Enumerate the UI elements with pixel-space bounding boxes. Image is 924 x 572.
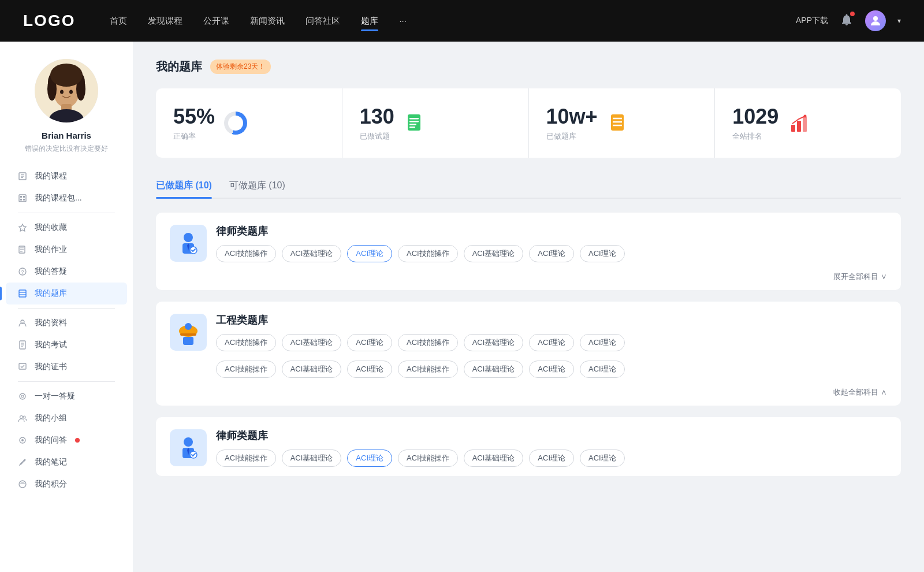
bank-card-lawyer-1-header: 律师类题库 ACI技能操作 ACI基础理论 ACI理论 ACI技能操作 ACI基… bbox=[156, 213, 901, 272]
separator-1 bbox=[18, 213, 115, 213]
dropdown-arrow[interactable]: ▾ bbox=[897, 17, 901, 25]
nav-qa[interactable]: 问答社区 bbox=[305, 13, 340, 29]
app-download-button[interactable]: APP下载 bbox=[796, 16, 828, 26]
one-on-one-label: 一对一答疑 bbox=[35, 391, 75, 402]
svg-point-10 bbox=[69, 90, 73, 94]
tag-item[interactable]: ACI技能操作 bbox=[216, 334, 276, 351]
tag-item-highlighted[interactable]: ACI理论 bbox=[347, 450, 392, 467]
tag-item-highlighted[interactable]: ACI理论 bbox=[347, 245, 392, 262]
tag-item[interactable]: ACI基础理论 bbox=[282, 361, 342, 378]
tag-item[interactable]: ACI理论 bbox=[529, 334, 574, 351]
tag-item[interactable]: ACI基础理论 bbox=[464, 361, 524, 378]
svg-marker-20 bbox=[19, 224, 26, 231]
sidebar-item-my-points[interactable]: 我的积分 bbox=[6, 473, 127, 495]
svg-rect-63 bbox=[180, 333, 196, 336]
sidebar-item-my-favorites[interactable]: 我的收藏 bbox=[6, 217, 127, 239]
svg-point-36 bbox=[20, 393, 25, 399]
stat-done-banks-text: 10w+ 已做题库 bbox=[546, 105, 598, 142]
tag-item[interactable]: ACI技能操作 bbox=[216, 361, 276, 378]
tag-item[interactable]: ACI基础理论 bbox=[282, 245, 342, 262]
tag-item[interactable]: ACI理论 bbox=[347, 361, 392, 378]
accuracy-value: 55% bbox=[173, 105, 215, 129]
tag-item[interactable]: ACI理论 bbox=[529, 450, 574, 467]
rank-label: 全站排名 bbox=[732, 131, 778, 142]
lawyer-bank-1-expand[interactable]: 展开全部科目 ∨ bbox=[156, 272, 901, 290]
sidebar-item-my-group[interactable]: 我的小组 bbox=[6, 407, 127, 429]
courses-icon bbox=[17, 171, 28, 181]
svg-rect-44 bbox=[408, 114, 420, 131]
stat-accuracy-text: 55% 正确率 bbox=[173, 105, 215, 142]
rank-icon bbox=[788, 112, 811, 135]
svg-rect-15 bbox=[19, 195, 26, 202]
my-homework-label: 我的作业 bbox=[35, 244, 67, 255]
done-questions-label: 已做试题 bbox=[360, 131, 394, 142]
sidebar-item-my-notes[interactable]: 我的笔记 bbox=[6, 451, 127, 473]
tag-item[interactable]: ACI理论 bbox=[580, 361, 625, 378]
user-motto: 错误的决定比没有决定要好 bbox=[25, 144, 108, 154]
avatar[interactable] bbox=[865, 10, 886, 31]
engineer-bank-collapse[interactable]: 收起全部科目 ∧ bbox=[156, 387, 901, 406]
tab-done[interactable]: 已做题库 (10) bbox=[156, 174, 212, 198]
svg-rect-47 bbox=[409, 124, 416, 125]
one-on-one-icon bbox=[17, 391, 28, 402]
tag-item[interactable]: ACI技能操作 bbox=[398, 334, 458, 351]
tag-item[interactable]: ACI技能操作 bbox=[398, 450, 458, 467]
svg-point-9 bbox=[60, 90, 64, 94]
tag-item[interactable]: ACI理论 bbox=[529, 245, 574, 262]
sidebar-menu: 我的课程 我的课程包... 我的收藏 我的作业 bbox=[0, 165, 133, 495]
sidebar-item-my-questions[interactable]: ? 我的答疑 bbox=[6, 261, 127, 283]
svg-rect-19 bbox=[23, 199, 25, 200]
main-content: 我的题库 体验剩余23天！ 55% 正确率 130 已做试题 bbox=[133, 42, 924, 572]
sidebar-item-one-on-one[interactable]: 一对一答疑 bbox=[6, 385, 127, 407]
sidebar-item-my-homework[interactable]: 我的作业 bbox=[6, 239, 127, 261]
nav-discover[interactable]: 发现课程 bbox=[148, 13, 182, 29]
tag-item[interactable]: ACI基础理论 bbox=[282, 450, 342, 467]
tag-item[interactable]: ACI理论 bbox=[580, 334, 625, 351]
done-banks-value: 10w+ bbox=[546, 105, 598, 129]
logo: LOGO bbox=[23, 12, 75, 30]
notification-bell[interactable] bbox=[840, 13, 854, 29]
my-exams-label: 我的考试 bbox=[35, 340, 67, 350]
done-questions-value: 130 bbox=[360, 105, 394, 129]
notification-dot bbox=[850, 12, 855, 16]
sidebar-item-my-profile[interactable]: 我的资料 bbox=[6, 312, 127, 334]
tag-item[interactable]: ACI技能操作 bbox=[216, 450, 276, 467]
user-name: Brian Harris bbox=[42, 131, 91, 140]
tag-item[interactable]: ACI基础理论 bbox=[282, 334, 342, 351]
sidebar-item-my-packages[interactable]: 我的课程包... bbox=[6, 187, 127, 209]
stat-rank-text: 1029 全站排名 bbox=[732, 105, 778, 142]
tag-item[interactable]: ACI基础理论 bbox=[464, 245, 524, 262]
navbar-menu: 首页 发现课程 公开课 新闻资讯 问答社区 题库 ··· bbox=[110, 13, 796, 29]
sidebar-item-my-courses[interactable]: 我的课程 bbox=[6, 165, 127, 187]
svg-rect-35 bbox=[19, 363, 26, 369]
sidebar-item-my-certs[interactable]: 我的证书 bbox=[6, 356, 127, 378]
sidebar-item-my-exams[interactable]: 我的考试 bbox=[6, 334, 127, 356]
sidebar-item-my-answers[interactable]: 我的问答 bbox=[6, 429, 127, 451]
tab-todo[interactable]: 可做题库 (10) bbox=[229, 174, 285, 198]
my-group-label: 我的小组 bbox=[35, 413, 67, 424]
tag-item[interactable]: ACI理论 bbox=[529, 361, 574, 378]
nav-news[interactable]: 新闻资讯 bbox=[250, 13, 285, 29]
sidebar-item-my-banks[interactable]: 我的题库 bbox=[6, 283, 127, 304]
my-profile-label: 我的资料 bbox=[35, 318, 67, 328]
nav-bank[interactable]: 题库 bbox=[361, 13, 378, 29]
bank-card-engineer: 工程类题库 ACI技能操作 ACI基础理论 ACI理论 ACI技能操作 ACI基… bbox=[156, 302, 901, 406]
tag-item[interactable]: ACI理论 bbox=[580, 245, 625, 262]
group-icon bbox=[17, 413, 28, 424]
svg-rect-46 bbox=[409, 121, 419, 122]
tag-item[interactable]: ACI基础理论 bbox=[464, 450, 524, 467]
tag-item[interactable]: ACI技能操作 bbox=[398, 361, 458, 378]
nav-home[interactable]: 首页 bbox=[110, 13, 127, 29]
points-icon bbox=[17, 479, 28, 489]
nav-more[interactable]: ··· bbox=[399, 13, 407, 29]
my-certs-label: 我的证书 bbox=[35, 362, 67, 372]
nav-open-course[interactable]: 公开课 bbox=[203, 13, 229, 29]
tag-item[interactable]: ACI理论 bbox=[580, 450, 625, 467]
tag-item[interactable]: ACI理论 bbox=[347, 334, 392, 351]
tag-item[interactable]: ACI技能操作 bbox=[398, 245, 458, 262]
stat-done-questions: 130 已做试题 bbox=[342, 88, 529, 158]
svg-point-39 bbox=[23, 416, 25, 418]
svg-rect-45 bbox=[409, 118, 419, 120]
tag-item[interactable]: ACI技能操作 bbox=[216, 245, 276, 262]
tag-item[interactable]: ACI基础理论 bbox=[464, 334, 524, 351]
